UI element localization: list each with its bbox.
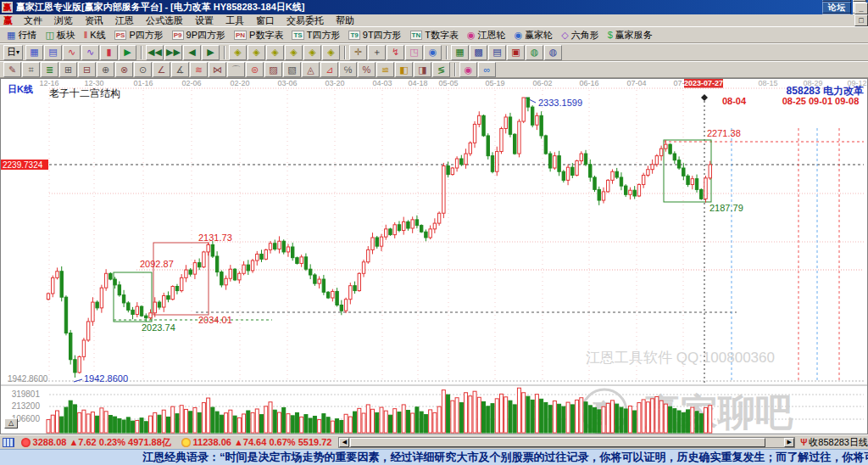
quotes-grid-icon[interactable] bbox=[3, 438, 14, 447]
cross-icon[interactable]: ＋ bbox=[368, 45, 386, 60]
first-icon[interactable]: ◀◀ bbox=[146, 45, 164, 60]
chart-area[interactable]: 12-1612-3001-1602-0602-2003-0603-2004-03… bbox=[0, 78, 868, 434]
candle-mode-icon[interactable]: ▮ bbox=[100, 45, 118, 60]
candle bbox=[425, 232, 427, 238]
angle2-icon[interactable]: ∡ bbox=[171, 62, 189, 77]
color-ball-icon[interactable]: ◉ bbox=[459, 62, 477, 77]
net2-icon[interactable]: ◍ bbox=[544, 45, 562, 60]
menu-浏览[interactable]: 浏览 bbox=[48, 15, 79, 25]
bowtie-icon[interactable]: ⋈ bbox=[209, 62, 226, 77]
candle bbox=[163, 295, 165, 307]
last-icon[interactable]: ▶▶ bbox=[164, 45, 182, 60]
net1-icon[interactable]: ◍ bbox=[526, 45, 543, 60]
toolbar-button-winner-wheel[interactable]: ◉赢家轮 bbox=[511, 28, 557, 42]
toolbar-button-t-table[interactable]: TNT数字表 bbox=[407, 28, 462, 42]
menu-设置[interactable]: 设置 bbox=[189, 15, 220, 25]
zoom4-icon[interactable]: ◈ bbox=[285, 45, 303, 60]
play-icon[interactable]: ▶ bbox=[119, 45, 136, 60]
window-icon[interactable]: ◳ bbox=[405, 45, 423, 60]
titlebar-link-1[interactable]: 论坛 bbox=[822, 2, 851, 14]
toolbar-button-t-square[interactable]: TST四方形 bbox=[288, 28, 343, 42]
candle bbox=[584, 154, 587, 165]
zigzag-icon[interactable]: ↯ bbox=[387, 45, 404, 60]
toolbar-button-sectors[interactable]: ◫板块 bbox=[42, 28, 78, 42]
scrollbar-thumb[interactable] bbox=[350, 438, 765, 447]
chart-annotation-label: 2131.73 bbox=[198, 232, 232, 243]
menu-窗口[interactable]: 窗口 bbox=[250, 15, 281, 25]
shenzhen-index-quote[interactable]: 11238.06 ▲74.64 0.67% 5519.72 bbox=[193, 437, 332, 447]
menu-公式选股[interactable]: 公式选股 bbox=[140, 15, 189, 25]
hatch1-icon[interactable]: ▨ bbox=[264, 62, 282, 77]
toolbar-button-gann-wheel[interactable]: ◉江恩轮 bbox=[464, 28, 509, 42]
toolbar-button-winner-service[interactable]: $赢家服务 bbox=[604, 28, 656, 42]
chart-view-icon[interactable]: ▦ bbox=[25, 45, 43, 60]
volume-bar bbox=[517, 388, 520, 433]
half1-icon[interactable]: ◧ bbox=[395, 62, 413, 77]
scroll-left-icon[interactable]: ◀ bbox=[339, 438, 349, 447]
tri-icon[interactable]: ◬ bbox=[302, 62, 320, 77]
hand-icon[interactable]: ✛ bbox=[349, 45, 367, 60]
toolbar-button-p-table[interactable]: PNP数字表 bbox=[231, 28, 287, 42]
ratio-icon[interactable]: ℅ bbox=[339, 62, 357, 77]
calculator-icon[interactable]: ▩ bbox=[470, 45, 487, 60]
brain-icon[interactable]: ◉ bbox=[424, 45, 442, 60]
circle-plus-icon[interactable]: ⊕ bbox=[97, 62, 114, 77]
menu-资讯[interactable]: 资讯 bbox=[79, 15, 109, 25]
volume-bar bbox=[282, 407, 286, 433]
save-icon[interactable]: ▣ bbox=[507, 45, 525, 60]
volume-bar bbox=[669, 406, 672, 433]
zoom5-icon[interactable]: ◈ bbox=[303, 45, 321, 60]
wedge-icon[interactable]: ⊿ bbox=[320, 62, 338, 77]
circle-x-icon[interactable]: ⊗ bbox=[115, 62, 133, 77]
angle-icon[interactable]: ∠ bbox=[153, 62, 170, 77]
wave-purple-icon[interactable]: ∿ bbox=[81, 45, 99, 60]
volume-bar bbox=[64, 407, 68, 433]
calendar-icon[interactable]: ▦ bbox=[451, 45, 469, 60]
levels-icon[interactable]: ≣ bbox=[41, 62, 58, 77]
prev-icon[interactable]: ◀ bbox=[183, 45, 201, 60]
hatch2-icon[interactable]: ▧ bbox=[283, 62, 301, 77]
shanghai-index-quote[interactable]: 3288.08 ▲7.62 0.23% 4971.88亿 bbox=[33, 436, 171, 449]
child-window-restore-button[interactable]: □ bbox=[854, 14, 868, 26]
pen-icon[interactable]: ✎ bbox=[3, 62, 21, 77]
target-icon[interactable]: ⊚ bbox=[246, 62, 264, 77]
horizontal-scrollbar[interactable]: ◀ ▶ bbox=[338, 437, 795, 448]
wave-red-icon[interactable]: ∿ bbox=[63, 45, 81, 60]
menu-帮助[interactable]: 帮助 bbox=[330, 15, 360, 25]
menu-文件[interactable]: 文件 bbox=[18, 15, 48, 25]
next-icon[interactable]: ▶ bbox=[202, 45, 220, 60]
toolbar-button-9t-square[interactable]: T99T四方形 bbox=[345, 28, 404, 42]
volume-bar bbox=[233, 416, 236, 433]
menu-工具[interactable]: 工具 bbox=[220, 15, 250, 25]
half2-icon[interactable]: ◨ bbox=[414, 62, 431, 77]
fan-icon[interactable]: ≶ bbox=[432, 62, 450, 77]
zoom6-icon[interactable]: ◈ bbox=[322, 45, 340, 60]
equal-icon[interactable]: ≌ bbox=[376, 62, 394, 77]
chart-canvas[interactable]: 12-1612-3001-1602-0602-2003-0603-2004-03… bbox=[1, 79, 867, 434]
scroll-right-icon[interactable]: ▶ bbox=[784, 438, 794, 447]
toolbar-button-quotes[interactable]: ▦行情 bbox=[3, 28, 40, 42]
infinity-icon[interactable]: ∞ bbox=[478, 62, 496, 77]
menu-交易委托[interactable]: 交易委托 bbox=[281, 15, 330, 25]
circle-dot-icon[interactable]: ⊙ bbox=[134, 62, 152, 77]
toolbar-button-hexagon[interactable]: ◇六角形 bbox=[558, 28, 602, 42]
toolbar-button-9p-square[interactable]: P99P四方形 bbox=[169, 28, 229, 42]
percent-icon[interactable]: % bbox=[358, 62, 376, 77]
zoom3-icon[interactable]: ◈ bbox=[266, 45, 284, 60]
gann-grid-icon[interactable]: ⊞ bbox=[59, 62, 77, 77]
notes-icon[interactable]: ▤ bbox=[488, 45, 506, 60]
period-dropdown[interactable]: 日 ▾ bbox=[3, 45, 23, 60]
child-window-minimize-button[interactable]: _ bbox=[854, 3, 868, 14]
arc-icon[interactable]: ⌒ bbox=[227, 62, 245, 77]
volume-bar bbox=[664, 404, 667, 433]
menu-江恩[interactable]: 江恩 bbox=[109, 15, 140, 25]
grid-tool-icon[interactable]: ⌗ bbox=[22, 62, 40, 77]
report-view-icon[interactable]: ▤ bbox=[44, 45, 62, 60]
waves-icon[interactable]: ≋ bbox=[190, 62, 208, 77]
volume-pane-toggle-button[interactable]: △ bbox=[4, 418, 18, 429]
gann-box-icon[interactable]: ⊟ bbox=[78, 62, 96, 77]
zoom1-icon[interactable]: ◈ bbox=[229, 45, 247, 60]
toolbar-button-p-square[interactable]: PSP四方形 bbox=[111, 28, 167, 42]
zoom2-icon[interactable]: ◈ bbox=[248, 45, 265, 60]
toolbar-button-kline[interactable]: ‖K线 bbox=[81, 28, 109, 42]
